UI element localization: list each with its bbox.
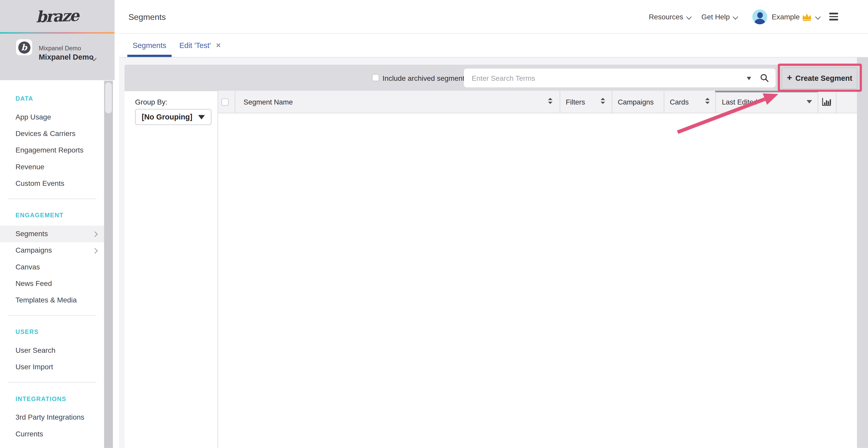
sort-icon[interactable] [705,98,710,104]
caret-down-icon [807,100,812,103]
select-caret-icon [198,115,205,119]
sidebar: braze b Mixpanel Demo Mixpanel Demo DATA… [0,0,119,448]
tab-edit-test[interactable]: Edit 'Test' ✕ [179,34,221,57]
column-label: Filters [566,98,585,106]
segments-page-body: Include archived segments + Create Segme… [119,58,868,448]
sidebar-item-label: Revenue [16,163,44,171]
column-separator [817,91,818,113]
sort-icon[interactable] [601,98,605,104]
braze-logo: braze [36,6,79,26]
account-dropdown[interactable] [816,0,820,34]
sidebar-item-label: Currents [16,430,43,438]
search-icon[interactable] [760,74,769,84]
column-label: Segment Name [244,98,293,106]
sidebar-scrollbar-thumb[interactable] [105,82,112,113]
include-archived-checkbox[interactable] [372,74,379,81]
tab-label: Edit 'Test' [179,41,211,49]
tab-segments[interactable]: Segments [127,34,172,57]
sidebar-item-label: Segments [16,230,48,238]
column-label: Last Edited [722,98,757,106]
workspace-name: Mixpanel Demo [39,53,94,61]
column-header-segment-name[interactable]: Segment Name [244,91,293,113]
sidebar-item-label: News Feed [16,279,52,287]
tab-bar: Segments Edit 'Test' ✕ [119,34,868,58]
sidebar-item-3rd-party-integrations[interactable]: 3rd Party Integrations [0,409,104,426]
plus-icon: + [787,74,792,82]
resources-menu[interactable]: Resources [649,0,691,34]
group-by-select[interactable]: [No Grouping] [135,109,212,125]
avatar-person-icon [757,12,762,18]
user-name: Example [772,13,800,21]
nav-section-title: INTEGRATIONS [0,395,104,403]
sidebar-item-custom-events[interactable]: Custom Events [0,175,104,192]
create-segment-button[interactable]: + Create Segment [782,67,858,89]
sidebar-item-label: Custom Events [16,179,64,187]
include-archived-label: Include archived segments [382,65,468,91]
analytics-column-header[interactable] [822,91,831,113]
bar-chart-icon [822,98,831,106]
sidebar-item-label: Devices & Carriers [16,129,75,138]
resources-label: Resources [649,13,683,21]
sort-icon[interactable] [548,98,552,104]
chevron-down-icon [686,14,691,20]
chevron-down-icon [815,14,820,20]
chevron-right-icon [92,232,98,237]
segments-table-body [218,113,857,448]
sidebar-item-label: Campaigns [16,246,52,254]
column-header-last-edited[interactable]: Last Edited [722,91,757,113]
sidebar-item-engagement-reports[interactable]: Engagement Reports [0,142,104,159]
group-by-label: Group By: [135,98,167,106]
column-header-cards[interactable]: Cards [670,91,689,113]
sidebar-item-news-feed[interactable]: News Feed [0,275,104,292]
nav-section-title: DATA [0,95,104,102]
chevron-right-icon [92,248,98,253]
user-avatar[interactable] [752,9,767,24]
logo-area: braze [0,0,115,32]
sidebar-item-app-usage[interactable]: App Usage [0,109,104,126]
sidebar-item-user-import[interactable]: User Import [0,359,104,376]
sidebar-item-segments[interactable]: Segments [0,226,104,242]
nav-section-integrations: INTEGRATIONS 3rd Party Integrations Curr… [0,383,104,442]
get-help-menu[interactable]: Get Help [702,0,738,34]
close-icon[interactable]: ✕ [216,42,221,49]
braze-b-icon: b [18,41,30,54]
sidebar-item-revenue[interactable]: Revenue [0,159,104,175]
crown-icon [802,0,812,34]
column-separator [664,91,664,113]
column-separator [612,91,612,113]
segments-toolbar: Include archived segments + Create Segme… [125,65,861,91]
sidebar-item-currents[interactable]: Currents [0,426,104,442]
get-help-label: Get Help [702,13,730,21]
nav-section-data: DATA App Usage Devices & Carriers Engage… [0,80,104,192]
sidebar-item-canvas[interactable]: Canvas [0,259,104,275]
sidebar-nav: DATA App Usage Devices & Carriers Engage… [0,80,104,443]
tab-label: Segments [132,41,166,49]
user-menu[interactable]: Example [772,0,800,34]
top-bar: Segments Resources Get Help Example [119,0,868,34]
workspace-label: Mixpanel Demo [39,45,81,51]
last-edited-dropdown[interactable] [807,91,812,113]
sidebar-item-label: User Import [16,363,53,371]
select-all-checkbox[interactable] [221,98,228,106]
sidebar-item-label: Engagement Reports [16,146,84,154]
workspace-switcher[interactable]: b Mixpanel Demo Mixpanel Demo [0,34,115,80]
hamburger-menu-icon[interactable] [829,13,838,21]
segments-table-header: Segment Name Filters Campaigns Cards [218,91,857,113]
column-separator [235,91,235,113]
search-input[interactable] [464,69,776,88]
column-header-filters[interactable]: Filters [566,91,585,113]
sidebar-item-devices-carriers[interactable]: Devices & Carriers [0,126,104,142]
sidebar-item-campaigns[interactable]: Campaigns [0,242,104,259]
search-dropdown-caret-icon[interactable] [747,77,751,80]
page-scroll-gutter [857,58,868,448]
page-title: Segments [128,12,166,22]
sidebar-item-user-search[interactable]: User Search [0,342,104,359]
sidebar-item-label: Templates & Media [16,296,77,304]
column-label: Campaigns [618,98,654,106]
column-header-campaigns[interactable]: Campaigns [618,91,654,113]
sidebar-item-templates-media[interactable]: Templates & Media [0,292,104,308]
active-tab-underline [127,55,172,57]
chevron-down-icon [733,14,738,20]
sidebar-scrollbar[interactable] [104,81,113,448]
workspace-app-icon: b [16,39,32,55]
